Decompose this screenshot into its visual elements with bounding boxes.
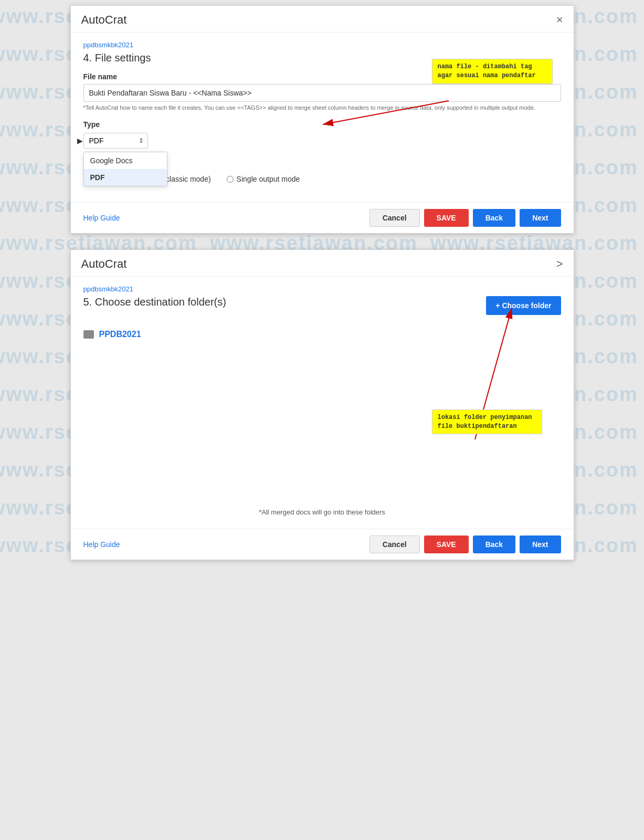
cancel-button-1[interactable]: Cancel <box>369 209 420 227</box>
step-title-2: 5. Choose destination folder(s) <box>83 296 226 308</box>
type-dropdown-menu: Google Docs PDF <box>83 152 167 186</box>
choose-folder-button[interactable]: + Choose folder <box>486 296 561 315</box>
file-name-hint: *Tell AutoCrat how to name each file it … <box>83 104 561 112</box>
dialog-header-1: AutoCrat × <box>71 6 574 33</box>
dropdown-arrow-icon: ▶ <box>77 136 83 145</box>
dialog-title-2: AutoCrat <box>81 257 127 271</box>
folder-icon <box>83 330 94 339</box>
back-button-2[interactable]: Back <box>473 536 515 553</box>
next-button-2[interactable]: Next <box>520 536 561 553</box>
file-name-input[interactable] <box>83 84 561 102</box>
dialog-body-2: ppdbsmkbk2021 5. Choose destination fold… <box>71 277 574 529</box>
single-output-label: Single output mode <box>237 175 300 183</box>
all-merged-note: *All merged docs will go into these fold… <box>71 508 574 516</box>
arrow-svg-2 <box>71 277 575 539</box>
help-guide-link-1[interactable]: Help Guide <box>83 214 120 222</box>
save-button-2[interactable]: SAVE <box>424 536 469 553</box>
dialog-body-1: ppdbsmkbk2021 4. File settings File name… <box>71 33 574 202</box>
type-section: Type ▶ PDF Google Docs ⇕ <box>83 120 561 183</box>
user-label-1: ppdbsmkbk2021 <box>83 41 561 49</box>
next-button-1[interactable]: Next <box>520 209 561 227</box>
type-label: Type <box>83 120 561 129</box>
dialog-footer-2: Help Guide Cancel SAVE Back Next <box>71 529 574 560</box>
close-button-2[interactable]: > <box>556 257 563 271</box>
annotation-folder: lokasi folder penyimpanan file buktipend… <box>432 410 542 435</box>
folder-row: 5. Choose destination folder(s) + Choose… <box>83 296 561 315</box>
single-output-option: Single output mode <box>227 175 300 183</box>
close-button-1[interactable]: × <box>556 13 563 27</box>
footer-buttons-1: Cancel SAVE Back Next <box>369 209 561 227</box>
cancel-button-2[interactable]: Cancel <box>369 536 420 553</box>
dropdown-item-pdf[interactable]: PDF <box>84 169 167 186</box>
user-label-2: ppdbsmkbk2021 <box>83 285 561 293</box>
dialog-file-settings: AutoCrat × ppdbsmkbk2021 4. File setting… <box>70 5 574 234</box>
type-select[interactable]: PDF Google Docs <box>83 133 148 149</box>
dropdown-item-google-docs[interactable]: Google Docs <box>84 152 167 169</box>
footer-buttons-2: Cancel SAVE Back Next <box>369 536 561 553</box>
dialog-title-1: AutoCrat <box>81 13 127 27</box>
type-select-wrapper: PDF Google Docs ⇕ <box>83 133 148 149</box>
dialog-choose-folder: AutoCrat > ppdbsmkbk2021 5. Choose desti… <box>70 249 574 560</box>
dialog-header-2: AutoCrat > <box>71 250 574 277</box>
dialog-footer-1: Help Guide Cancel SAVE Back Next <box>71 202 574 233</box>
single-output-radio[interactable] <box>227 176 234 183</box>
save-button-1[interactable]: SAVE <box>424 209 469 227</box>
help-guide-link-2[interactable]: Help Guide <box>83 540 120 549</box>
back-button-1[interactable]: Back <box>473 209 515 227</box>
annotation-file-name: nama file - ditambahi tag agar sesuai na… <box>432 59 553 84</box>
folder-item: PPDB2021 <box>83 326 561 343</box>
folder-name: PPDB2021 <box>99 330 141 339</box>
